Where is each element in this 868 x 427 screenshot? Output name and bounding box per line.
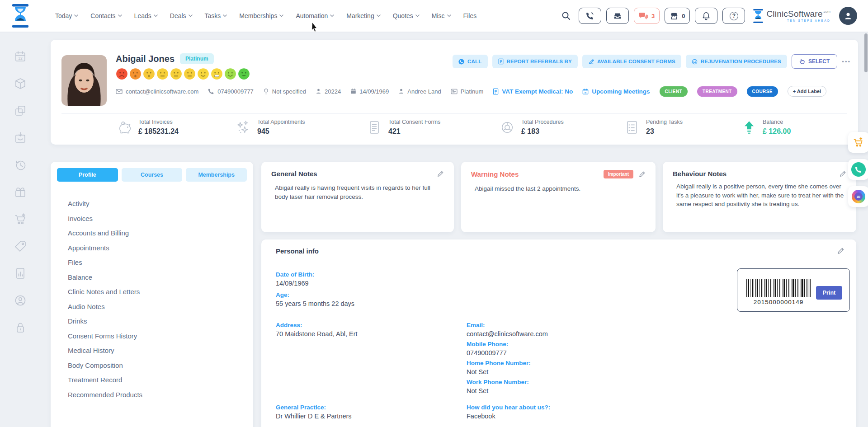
select-button[interactable]: SELECT [792, 54, 837, 69]
price-tag-icon[interactable] [13, 239, 28, 254]
consent-forms-button[interactable]: AVAILABLE CONSENT FORMS [582, 55, 681, 68]
dialer-button[interactable] [579, 8, 601, 24]
mood-face-6[interactable] [184, 68, 196, 80]
field-address: Address: 70 Maidstone Road, Abl, Ert [276, 322, 358, 338]
nav-item-deals[interactable]: Deals [170, 12, 193, 19]
nav-item-marketing[interactable]: Marketing [346, 12, 380, 19]
mood-face-8[interactable] [211, 68, 223, 80]
vat-exempt-link[interactable]: VAT Exempt Medical: No [493, 88, 573, 95]
stat-balance: Balance£ 126.00 [741, 119, 791, 136]
duplicate-icon[interactable] [13, 103, 28, 118]
patient-membership[interactable]: Platinum [451, 88, 484, 95]
mood-face-3[interactable] [143, 68, 155, 80]
nav-item-automation[interactable]: Automation [296, 12, 334, 19]
bookings-icon[interactable] [13, 130, 28, 145]
mood-face-9[interactable] [224, 68, 236, 80]
more-options-button[interactable]: ••• [842, 58, 851, 65]
nav-item-quotes[interactable]: Quotes [393, 12, 420, 19]
patient-phone[interactable]: Not specified07490009777 [208, 88, 254, 95]
sidebar-item-invoices[interactable]: Invoices [68, 215, 247, 222]
chevron-down-icon [330, 14, 334, 17]
nav-label: Quotes [393, 12, 413, 19]
lock-icon[interactable] [13, 320, 28, 335]
sidebar-item-balance[interactable]: Balance [68, 273, 247, 281]
sidebar-item-accounts-billing[interactable]: Accounts and Billing [68, 229, 247, 237]
nav-item-misc[interactable]: Misc [432, 12, 451, 19]
brand-logo: ClinicSoftware .com TEN STEPS AHEAD [753, 9, 830, 23]
notifications-button[interactable] [695, 8, 717, 24]
quick-call-button[interactable] [848, 159, 868, 180]
report-referrals-button[interactable]: REPORT REFERRALS BY [492, 55, 578, 68]
mood-face-2[interactable] [129, 68, 142, 80]
app-logo-hourglass-icon[interactable] [11, 4, 30, 28]
help-button[interactable]: ? [722, 8, 745, 24]
history-icon[interactable] [13, 157, 28, 173]
tag-course[interactable]: COURSE [747, 86, 778, 97]
rejuvenation-button[interactable]: REJUVENATION PROCEDURES [686, 55, 787, 68]
mood-face-5[interactable] [170, 68, 182, 80]
gift-icon[interactable] [13, 184, 28, 200]
calendar-icon[interactable]: 12 [13, 49, 28, 64]
nav-item-contacts[interactable]: Contacts [90, 12, 122, 19]
mood-face-1[interactable] [116, 68, 128, 80]
report-icon[interactable] [13, 266, 28, 281]
patient-id[interactable]: 20224 [316, 88, 341, 95]
sidebar-item-consent-forms-history[interactable]: Consent Forms History [68, 332, 247, 340]
behaviour-notes-card: Behaviour Notes Abigail really is a posi… [663, 162, 856, 232]
sidebar-item-treatment-record[interactable]: Treatment Record [68, 376, 247, 384]
tab-memberships[interactable]: Memberships [186, 168, 247, 182]
tab-profile[interactable]: Profile [57, 168, 118, 182]
patient-photo[interactable] [61, 55, 107, 106]
patient-dob[interactable]: 14/09/1969 [350, 88, 389, 95]
vertical-scrollbar[interactable] [864, 33, 868, 72]
tag-treatment[interactable]: TREATMENT [697, 86, 737, 97]
quick-cart-button[interactable] [848, 132, 868, 153]
till-button[interactable]: 0 [665, 8, 690, 24]
sidebar-item-files[interactable]: Files [68, 258, 247, 266]
package-icon[interactable] [13, 76, 28, 91]
edit-pencil-icon[interactable] [837, 247, 844, 254]
chat-notifications-button[interactable]: 3 [634, 8, 660, 24]
edit-pencil-icon[interactable] [639, 171, 646, 178]
behaviour-notes-body: Abigail really is a positive person, eve… [676, 182, 846, 209]
nav-item-memberships[interactable]: Memberships [239, 12, 283, 19]
sidebar-item-recommended-products[interactable]: Recommended Products [68, 391, 247, 399]
patient-gender[interactable]: Not specified [263, 88, 306, 95]
nav-item-today[interactable]: Today [55, 12, 78, 19]
sidebar-item-audio-notes[interactable]: Audio Notes [68, 303, 247, 310]
search-icon[interactable] [561, 11, 571, 21]
add-label-button[interactable]: + Add Label [788, 86, 826, 97]
sidebar-item-body-composition[interactable]: Body Composition [68, 361, 247, 369]
svg-text:12: 12 [18, 56, 23, 61]
patient-email[interactable]: contact@clinicsoftware.com [116, 88, 198, 95]
user-menu-button[interactable] [839, 7, 857, 25]
edit-pencil-icon[interactable] [840, 170, 846, 177]
mood-face-10[interactable] [238, 68, 250, 80]
stat-total-invoices: Total Invoices£ 185231.24 [116, 119, 179, 136]
ai-assistant-button[interactable]: AI [848, 186, 868, 207]
upcoming-meetings-link[interactable]: Upcoming Meetings [582, 88, 650, 95]
nav-item-tasks[interactable]: Tasks [205, 12, 227, 19]
edit-pencil-icon[interactable] [437, 170, 444, 177]
tag-client[interactable]: CLIENT [660, 86, 688, 97]
cart-icon[interactable] [13, 211, 28, 227]
sparkles-icon [235, 119, 251, 136]
inbox-button[interactable] [606, 8, 629, 24]
mood-face-4[interactable] [156, 68, 169, 80]
mood-face-7[interactable] [197, 68, 209, 80]
print-barcode-button[interactable]: Print [816, 286, 842, 300]
patient-owner[interactable]: Andree Land [398, 88, 441, 95]
sidebar-item-medical-history[interactable]: Medical History [68, 347, 247, 354]
sidebar-item-appointments[interactable]: Appointments [68, 244, 247, 252]
nav-item-leads[interactable]: Leads [134, 12, 158, 19]
person-icon [398, 88, 404, 94]
sidebar-item-activity[interactable]: Activity [68, 200, 247, 207]
sidebar-item-drinks[interactable]: Drinks [68, 317, 247, 325]
nav-item-files[interactable]: Files [463, 12, 477, 19]
account-icon[interactable] [13, 293, 28, 308]
patient-name: Abigail Jones [116, 54, 175, 64]
call-button[interactable]: CALL [453, 55, 487, 68]
tab-courses[interactable]: Courses [122, 168, 183, 182]
left-icon-rail: 12 [0, 32, 41, 427]
sidebar-item-clinic-notes[interactable]: Clinic Notes and Letters [68, 288, 247, 296]
